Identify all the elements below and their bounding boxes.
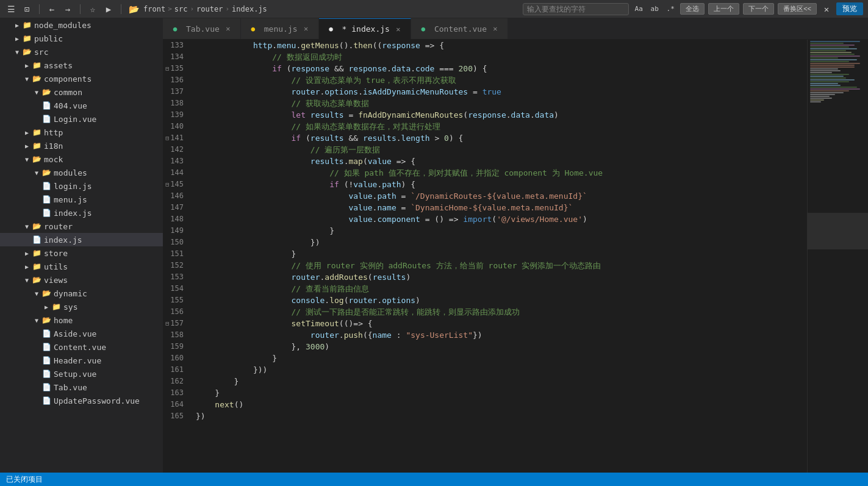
tab-label: Content.vue xyxy=(434,24,487,34)
sidebar-item-login-js[interactable]: 📄 login.js xyxy=(0,179,163,193)
folder-icon: 📁 xyxy=(22,34,32,43)
tab-menu-js[interactable]: ● menu.js ✕ xyxy=(241,18,319,39)
sidebar-item-content-vue[interactable]: 📄 Content.vue xyxy=(0,340,163,354)
sidebar-item-updatepassword-vue[interactable]: 📄 UpdatePassword.vue xyxy=(0,394,163,407)
sidebar-label: modules xyxy=(54,168,87,177)
sidebar-item-router[interactable]: ▼ 📂 router xyxy=(0,220,163,233)
sidebar-item-login-vue[interactable]: 📄 Login.vue xyxy=(0,112,163,126)
tab-close-icon[interactable]: ✕ xyxy=(223,24,233,34)
sidebar-item-setup-vue[interactable]: 📄 Setup.vue xyxy=(0,367,163,381)
sidebar-item-common[interactable]: ▼ 📂 common xyxy=(0,85,163,99)
back-icon[interactable]: ← xyxy=(46,3,58,15)
line-number: 138 xyxy=(163,98,188,109)
fold-arrow-icon[interactable]: ⊟ xyxy=(165,179,169,190)
tab-label: menu.js xyxy=(264,24,298,34)
sidebar-item-http[interactable]: ▶ 📁 http xyxy=(0,126,163,139)
file-icon[interactable]: ⊡ xyxy=(21,3,33,15)
vue-file-icon: 📄 xyxy=(41,329,51,338)
code-area[interactable]: http.menu.getMenus().then((response => {… xyxy=(193,40,807,473)
sidebar-item-store[interactable]: ▶ 📁 store xyxy=(0,246,163,260)
preview-button[interactable]: 预览 xyxy=(836,2,863,15)
code-line: value.path = `/DynamicRoutes-${value.met… xyxy=(193,190,807,202)
folder-icon[interactable]: 📂 xyxy=(127,3,140,15)
minimap[interactable] xyxy=(807,40,868,473)
sidebar-item-i18n[interactable]: ▶ 📁 i18n xyxy=(0,139,163,152)
play-icon[interactable]: ▶ xyxy=(102,3,115,15)
sidebar-item-node-modules[interactable]: ▶ 📁 node_modules xyxy=(0,18,163,32)
line-number: 161 xyxy=(163,364,188,376)
sidebar-item-sys[interactable]: ▶ 📁 sys xyxy=(0,300,163,313)
tab-content-vue[interactable]: ● Content.vue ✕ xyxy=(411,18,508,39)
line-number: 144 xyxy=(163,167,188,179)
line-number: 151 xyxy=(163,248,188,260)
sidebar-label: index.js xyxy=(44,235,82,245)
word-icon[interactable]: ab xyxy=(648,3,661,15)
replace-button[interactable]: 番换区<< xyxy=(778,3,817,15)
regex-icon[interactable]: .* xyxy=(664,3,676,15)
sidebar-item-modules[interactable]: ▼ 📂 modules xyxy=(0,166,163,179)
select-all-button[interactable]: 全选 xyxy=(680,3,705,15)
code-line: if (results && results.length > 0) { xyxy=(193,132,807,144)
fold-arrow-icon[interactable]: ⊟ xyxy=(165,63,169,74)
code-line: router.push({name : "sys-UserList"}) xyxy=(193,329,807,341)
sidebar-item-header-vue[interactable]: 📄 Header.vue xyxy=(0,354,163,367)
sidebar-label: Tab.vue xyxy=(54,383,87,392)
sidebar-item-assets[interactable]: ▶ 📁 assets xyxy=(0,59,163,72)
next-button[interactable]: 下一个 xyxy=(743,3,774,15)
prev-button[interactable]: 上一个 xyxy=(708,3,739,15)
breadcrumb-file[interactable]: index.js xyxy=(232,5,267,13)
close-icon[interactable]: ✕ xyxy=(820,3,833,15)
search-input[interactable] xyxy=(527,5,625,13)
star-icon[interactable]: ☆ xyxy=(87,3,99,15)
line-number: ⊟141 xyxy=(163,132,188,144)
line-number: 163 xyxy=(163,387,188,399)
breadcrumb-sep1: > xyxy=(168,5,172,13)
search-area: Aa ab .* 全选 上一个 下一个 番换区<< ✕ 预览 xyxy=(523,2,863,15)
breadcrumb-src[interactable]: src xyxy=(174,5,188,13)
sidebar-label: Setup.vue xyxy=(54,370,96,379)
line-number: 155 xyxy=(163,295,188,306)
sidebar-item-mock[interactable]: ▼ 📂 mock xyxy=(0,152,163,166)
sidebar-item-router-index-js[interactable]: 📄 index.js xyxy=(0,233,163,246)
sidebar-item-404[interactable]: 📄 404.vue xyxy=(0,99,163,112)
tab-close-icon[interactable]: ✕ xyxy=(393,24,403,34)
case-sensitive-icon[interactable]: Aa xyxy=(633,3,645,15)
vue-file-icon: ● xyxy=(418,25,428,33)
sidebar-label: i18n xyxy=(44,141,63,151)
chevron-down-icon: ▼ xyxy=(22,156,32,163)
toolbar: ☰ ⊡ ← → ☆ ▶ 📂 front > src › router › ind… xyxy=(0,0,868,18)
fold-arrow-icon[interactable]: ⊟ xyxy=(165,132,169,144)
sidebar-item-mock-index-js[interactable]: 📄 index.js xyxy=(0,206,163,220)
sidebar-item-menu-js[interactable]: 📄 menu.js xyxy=(0,193,163,206)
sidebar-item-home[interactable]: ▼ 📂 home xyxy=(0,313,163,327)
tab-close-icon[interactable]: ✕ xyxy=(490,24,500,34)
tab-tab-vue[interactable]: ● Tab.vue ✕ xyxy=(163,18,241,39)
chevron-right-icon: ▶ xyxy=(41,304,51,310)
line-number: 139 xyxy=(163,109,188,121)
tab-index-js[interactable]: ● * index.js ✕ xyxy=(319,18,411,39)
sidebar-item-src[interactable]: ▼ 📂 src xyxy=(0,45,163,59)
sidebar-item-dynamic[interactable]: ▼ 📂 dynamic xyxy=(0,287,163,300)
breadcrumb-router[interactable]: router xyxy=(196,5,223,13)
code-line: }) xyxy=(193,410,807,422)
tab-close-icon[interactable]: ✕ xyxy=(301,24,311,34)
folder-open-icon: 📂 xyxy=(22,48,32,56)
fold-arrow-icon[interactable]: ⊟ xyxy=(165,318,169,329)
line-number: 153 xyxy=(163,271,188,283)
line-numbers: 133134⊟135136137138139140⊟141142143144⊟1… xyxy=(163,40,193,473)
sidebar-item-views[interactable]: ▼ 📂 views xyxy=(0,273,163,287)
chevron-down-icon: ▼ xyxy=(32,317,41,324)
folder-open-icon: 📂 xyxy=(32,276,41,284)
breadcrumb-front[interactable]: front xyxy=(143,5,165,13)
menu-icon[interactable]: ☰ xyxy=(5,3,17,15)
sidebar-item-components[interactable]: ▼ 📂 components xyxy=(0,72,163,85)
forward-icon[interactable]: → xyxy=(62,3,74,15)
sidebar-item-utils[interactable]: ▶ 📁 utils xyxy=(0,260,163,273)
folder-icon: 📁 xyxy=(32,61,41,70)
sidebar-item-tab-vue[interactable]: 📄 Tab.vue xyxy=(0,381,163,394)
sidebar-item-aside-vue[interactable]: 📄 Aside.vue xyxy=(0,327,163,340)
sidebar-label: Aside.vue xyxy=(54,329,96,338)
sidebar-item-public[interactable]: ▶ 📁 public xyxy=(0,32,163,45)
chevron-down-icon: ▼ xyxy=(32,290,41,297)
main-layout: ▶ 📁 node_modules ▶ 📁 public ▼ 📂 src ▶ 📁 … xyxy=(0,18,868,473)
